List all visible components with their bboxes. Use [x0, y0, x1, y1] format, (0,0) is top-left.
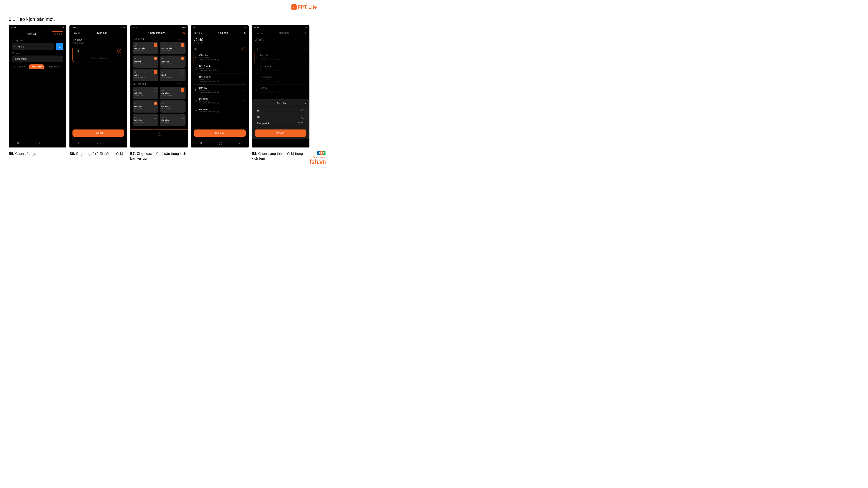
- device-icon: ◯: [134, 44, 157, 46]
- radio-icon: [302, 109, 305, 112]
- option-delay[interactable]: Thời gian trễ00:00 ›: [257, 120, 305, 126]
- done-button[interactable]: Hoàn tất: [72, 129, 124, 137]
- chevron-right-icon[interactable]: ›: [123, 40, 124, 42]
- room-name-input[interactable]: Phòng khách: [12, 56, 63, 62]
- chevron-right-icon: ›: [244, 109, 245, 112]
- checkbox[interactable]: [154, 115, 157, 119]
- checkbox[interactable]: ✓: [154, 43, 157, 47]
- checkbox[interactable]: ✓: [181, 57, 184, 60]
- device-icon: ⬇: [255, 89, 260, 92]
- device-card[interactable]: ▭Điều hòaPhòng khách: [132, 87, 158, 99]
- device-row[interactable]: ⬇Đèn thảPhòng kháchTrạng thái: Chưa thiế…: [193, 85, 246, 95]
- header-title: Chọn nhiệm vụ: [148, 31, 166, 34]
- add-device-button[interactable]: +: [117, 49, 121, 53]
- back-button[interactable]: ‹: [133, 32, 134, 34]
- device-row[interactable]: ✦Đèn bànPhòng kháchTrạng thái: Chưa thiế…: [254, 52, 307, 63]
- chevron-right-icon: ›: [305, 89, 306, 92]
- checkbox[interactable]: ✓: [181, 43, 184, 47]
- caption-b8: B8: Chọn trạng thái thiết bị trong kịch …: [252, 152, 309, 161]
- device-icon: ▭: [134, 102, 157, 105]
- pencil-icon: ✎: [14, 45, 16, 48]
- device-row[interactable]: ✦Đèn bànPhòng kháchTrạng thái: Chưa thiế…: [193, 52, 246, 63]
- done-button[interactable]: Hoàn tất: [255, 129, 306, 137]
- device-row[interactable]: ☄Đèn âm trầnPhòng kháchTrạng thái: Chưa …: [193, 74, 246, 85]
- chip-add-new[interactable]: ⊕Thêm mới: [12, 64, 27, 69]
- status-time: 14:59: [11, 27, 16, 29]
- device-card[interactable]: ◎Nút 2Phòng giải trí✓: [132, 69, 158, 81]
- icon-picker-button[interactable]: ☁: [56, 43, 63, 50]
- device-card[interactable]: ▭Điều hoàMặc định: [160, 114, 186, 126]
- room-name-label: Tên phòng: [12, 52, 63, 54]
- device-row[interactable]: ☄Đèn âm trầnPhòng kháchTrạng thái: Chưa …: [254, 74, 307, 85]
- checkbox[interactable]: [154, 88, 157, 92]
- option-on[interactable]: Bật: [257, 107, 305, 114]
- option-off[interactable]: Tắt: [257, 114, 305, 120]
- android-navbar: III◯‹: [9, 139, 66, 148]
- cancel-button[interactable]: Hủy bỏ: [72, 32, 81, 34]
- save-button[interactable]: Lưu: [181, 32, 185, 34]
- device-row[interactable]: ▭Điều hoàPhòng giải tríTrạng thái: Chưa …: [193, 95, 246, 106]
- chevron-right-icon: ›: [244, 89, 245, 92]
- screenshot-b7: 15:0071% ‹ Chọn nhiệm vụ Lưu Thiết bị (1…: [130, 25, 188, 148]
- device-card[interactable]: ☄Đèn âm trầnPhòng khách✓: [160, 42, 186, 54]
- device-card[interactable]: ▭Điều hòaPhòng Ăn✓: [132, 100, 158, 112]
- chevron-right-icon: ›: [244, 99, 245, 102]
- device-icon: ○: [161, 71, 184, 73]
- caption-b7: B7: Chọn các thiết bị cần trong kịch bản…: [130, 152, 188, 161]
- device-row[interactable]: ⬇Đèn thảPhòng kháchTrạng thái: Chưa thiế…: [254, 85, 307, 95]
- caption-b6: B6: Chọn mục "+" để thêm thiết bị: [69, 152, 127, 161]
- device-card[interactable]: ▭Điều hoàPhòng khách: [132, 114, 158, 126]
- checkbox[interactable]: [181, 70, 184, 74]
- chip-room[interactable]: Phòng giải trí: [46, 64, 62, 69]
- device-row[interactable]: ◯Đèn âm trầnPhòng kháchTrạng thái: Chưa …: [193, 63, 246, 74]
- screenshot-b8: 15:0071% Hủy bỏ Kịch bản ⇅ Về nhàPhòng k…: [191, 25, 249, 148]
- device-icon: ▭: [134, 89, 157, 92]
- checkbox[interactable]: ✓: [154, 57, 157, 60]
- back-button[interactable]: ‹: [12, 33, 12, 35]
- continue-button[interactable]: Tiếp tục: [52, 31, 64, 36]
- device-card[interactable]: ▭Điều hoàPhòng khách: [160, 100, 186, 112]
- device-card[interactable]: ▭Điều hoàPhòng giải trí✓: [160, 87, 186, 99]
- cloud-icon: ☁: [59, 45, 61, 48]
- done-button[interactable]: Hoàn tất: [194, 129, 246, 137]
- chip-room[interactable]: P...: [63, 64, 63, 69]
- add-task-placeholder[interactable]: + Chọn nhiệm vụ: [75, 55, 121, 59]
- thi-card-highlight: Thì + + Chọn nhiệm vụ: [72, 46, 124, 62]
- header-title: Kịch bản: [27, 32, 37, 35]
- cancel-button[interactable]: Hủy bỏ: [194, 32, 202, 34]
- device-icon: ☄: [161, 44, 184, 46]
- scene-name: Về nhà: [72, 38, 84, 42]
- context-name-input[interactable]: ✎Về nhà: [12, 43, 54, 50]
- device-icon: ✦: [161, 57, 184, 60]
- reorder-icon[interactable]: ⇅: [244, 32, 246, 34]
- screenshot-b6: 15:0071% Hủy bỏ Kịch bản Về nhàPhòng khá…: [69, 25, 127, 148]
- device-card[interactable]: ⬇Đèn thảPhòng khách✓: [132, 56, 158, 68]
- plus-icon: ⊕: [14, 66, 16, 68]
- device-row[interactable]: ▭Điều hòaTrạng thái: Chưa thiết lập›: [193, 106, 246, 115]
- device-icon: ✦: [195, 56, 199, 59]
- checkbox[interactable]: [181, 115, 184, 119]
- device-icon: ▭: [194, 99, 199, 102]
- close-icon[interactable]: ✕: [305, 102, 306, 104]
- device-card[interactable]: ✦Đèn bànPhòng khách✓: [160, 56, 186, 68]
- chip-room-active[interactable]: Phòng khách: [29, 64, 44, 69]
- checkbox[interactable]: ✓: [154, 102, 157, 105]
- add-device-button[interactable]: +: [242, 47, 246, 51]
- status-battery: 71%: [60, 27, 64, 29]
- device-card[interactable]: ○Nút 3Phòng khách: [160, 69, 186, 81]
- chevron-right-icon: ›: [244, 56, 245, 59]
- checkbox[interactable]: ✓: [154, 70, 157, 74]
- chevron-right-icon: ›: [244, 78, 245, 81]
- device-row[interactable]: ◯Đèn âm trầnPhòng kháchTrạng thái: Chưa …: [254, 63, 307, 74]
- device-card[interactable]: ◯Đèn âm trầnPhòng khách✓: [132, 42, 158, 54]
- device-state-sheet: Đèn bàn✕ Bật Tắt Thời gian trễ00:00 › Ho…: [252, 99, 309, 139]
- checkbox[interactable]: ✓: [181, 88, 184, 92]
- brand-name: FPT Life: [298, 4, 317, 10]
- view-all-link[interactable]: Xem tất cả: [177, 38, 186, 40]
- device-icon: ⬇: [134, 57, 157, 60]
- group-label: Điều hòa (06): [132, 83, 146, 85]
- brand-logo: ⌂ FPT Life: [291, 4, 317, 10]
- thi-label: Thì: [75, 50, 79, 52]
- checkbox[interactable]: [181, 102, 184, 105]
- view-all-link[interactable]: Xem tất cả: [177, 83, 186, 85]
